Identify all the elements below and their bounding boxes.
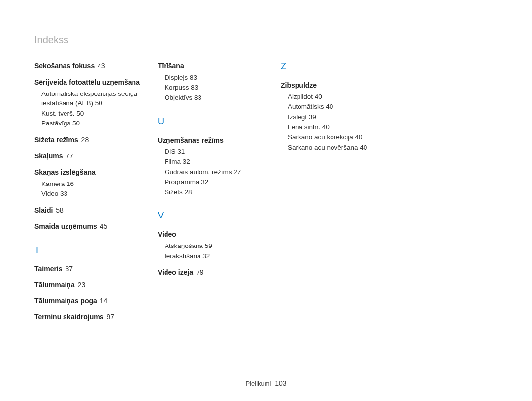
index-sub-item: Displejs 83: [165, 73, 272, 83]
section-letter: Z: [281, 62, 395, 72]
index-term: Sižeta režīms 28: [34, 135, 149, 145]
index-entry: Sižeta režīms 28: [34, 135, 149, 145]
index-entry: Smaida uzņēmums 45: [34, 222, 149, 231]
index-page-ref: 37: [64, 265, 73, 273]
index-term: Terminu skaidrojums 97: [34, 312, 149, 322]
section-letter: T: [34, 245, 149, 255]
index-sub-item: Korpuss 83: [165, 83, 272, 93]
index-sub-item: Gudrais autom. režīms 27: [165, 167, 272, 177]
index-page-ref: 45: [98, 222, 107, 230]
index-sub-item: Sarkano acu korekcija 40: [288, 132, 395, 142]
index-term: Taimeris 37: [34, 264, 149, 274]
index-entry: TīrīšanaDisplejs 83Korpuss 83Objektīvs 8…: [158, 62, 272, 103]
index-page-ref: 79: [194, 268, 203, 276]
page-footer: Pielikumi 103: [0, 379, 532, 387]
index-sub-item: Automātiska ekspozīcijas secīga iestatīš…: [41, 89, 149, 108]
index-term: Tīrīšana: [158, 62, 272, 71]
index-term: Skaņas izslēgšana: [34, 168, 149, 177]
index-entry: Skaļums 77: [34, 152, 149, 161]
section-letter: V: [158, 211, 272, 221]
index-term: Skaļums 77: [34, 152, 149, 161]
index-entry: Slaidi 58: [34, 206, 149, 215]
index-sub-item: Izslēgt 39: [288, 112, 395, 122]
index-sub-item: Filma 32: [165, 157, 272, 167]
index-column: TīrīšanaDisplejs 83Korpuss 83Objektīvs 8…: [158, 62, 281, 329]
index-sub-list: Atskaņošana 59Ierakstīšana 32: [165, 241, 272, 261]
index-sub-list: Aizpildot 40Automātisks 40Izslēgt 39Lēnā…: [288, 92, 395, 152]
index-term: Uzņemšanas režīms: [158, 136, 272, 145]
index-page-ref: 97: [105, 313, 114, 321]
index-page-ref: 77: [64, 152, 73, 160]
index-entry: Sekošanas fokuss 43: [34, 62, 149, 71]
index-page-ref: 58: [54, 206, 63, 214]
index-sub-item: Pastāvīgs 50: [41, 119, 149, 128]
index-term: Video: [158, 230, 272, 239]
index-term: Tālummaiņa 23: [34, 280, 149, 290]
index-sub-list: DIS 31Filma 32Gudrais autom. režīms 27Pr…: [165, 147, 272, 197]
footer-label: Pielikumi: [246, 380, 271, 387]
index-sub-item: Automātisks 40: [288, 102, 395, 112]
index-sub-item: Programma 32: [165, 177, 272, 187]
index-sub-list: Kamera 16Video 33: [41, 179, 149, 199]
index-entry: ZibspuldzeAizpildot 40Automātisks 40Izsl…: [281, 81, 395, 152]
index-entry: Uzņemšanas režīmsDIS 31Filma 32Gudrais a…: [158, 136, 272, 197]
index-entry: Tālummaiņas poga 14: [34, 296, 149, 306]
page-header: Indekss: [34, 34, 68, 46]
index-page-ref: 28: [79, 136, 89, 144]
index-columns: Sekošanas fokuss 43Sērijveida fotoattēlu…: [34, 62, 498, 329]
index-term: Smaida uzņēmums 45: [34, 222, 149, 231]
index-sub-item: Lēnā sinhr. 40: [288, 123, 395, 132]
index-sub-item: Objektīvs 83: [165, 93, 272, 103]
index-column: Sekošanas fokuss 43Sērijveida fotoattēlu…: [34, 62, 158, 329]
index-sub-item: Sarkano acu novēršana 40: [288, 143, 395, 153]
index-sub-list: Displejs 83Korpuss 83Objektīvs 83: [165, 73, 272, 103]
index-term: Slaidi 58: [34, 206, 149, 215]
index-entry: Video izeja 79: [158, 268, 272, 277]
index-entry: Skaņas izslēgšanaKamera 16Video 33: [34, 168, 149, 199]
index-entry: Sērijveida fotoattēlu uzņemšanaAutomātis…: [34, 78, 149, 128]
footer-page-number: 103: [275, 379, 286, 387]
index-page-ref: 43: [96, 62, 105, 70]
section-letter: U: [158, 117, 272, 127]
index-sub-item: Kust. tverš. 50: [41, 109, 149, 119]
index-page-ref: 14: [98, 297, 107, 305]
index-entry: Terminu skaidrojums 97: [34, 312, 149, 322]
index-entry: Tālummaiņa 23: [34, 280, 149, 290]
index-sub-item: Atskaņošana 59: [165, 241, 272, 251]
index-sub-item: Kamera 16: [41, 179, 149, 189]
index-column: ZZibspuldzeAizpildot 40Automātisks 40Izs…: [281, 62, 404, 329]
index-entry: Taimeris 37: [34, 264, 149, 274]
index-term: Video izeja 79: [158, 268, 272, 277]
index-sub-item: Sižets 28: [165, 187, 272, 197]
index-sub-item: Aizpildot 40: [288, 92, 395, 102]
index-sub-item: Video 33: [41, 189, 149, 199]
index-sub-item: Ierakstīšana 32: [165, 251, 272, 261]
index-entry: VideoAtskaņošana 59Ierakstīšana 32: [158, 230, 272, 261]
index-term: Zibspuldze: [281, 81, 395, 90]
index-term: Sekošanas fokuss 43: [34, 62, 149, 71]
index-term: Tālummaiņas poga 14: [34, 296, 149, 306]
index-term: Sērijveida fotoattēlu uzņemšana: [34, 78, 149, 87]
index-sub-item: DIS 31: [165, 147, 272, 156]
index-page-ref: 23: [76, 281, 85, 289]
index-sub-list: Automātiska ekspozīcijas secīga iestatīš…: [41, 89, 149, 128]
